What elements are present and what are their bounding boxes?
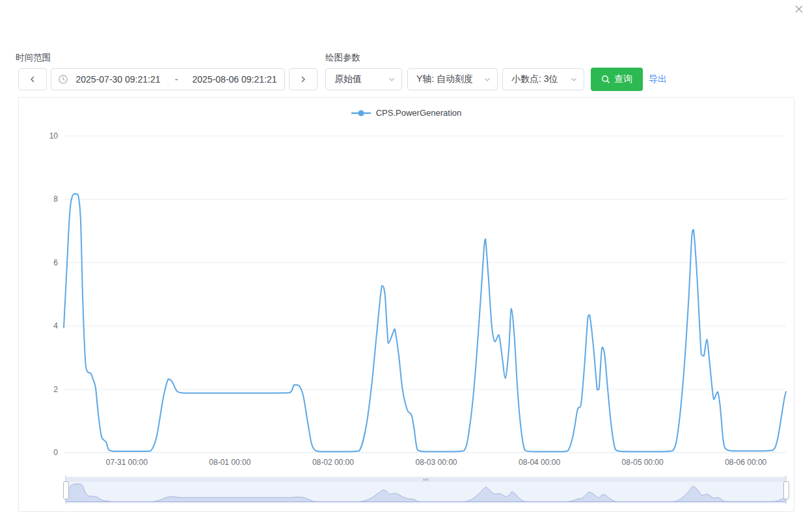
svg-text:08-04 00:00: 08-04 00:00 [519, 458, 560, 467]
query-button-label: 查询 [614, 73, 632, 85]
export-link[interactable]: 导出 [649, 73, 667, 85]
close-button[interactable] [793, 3, 805, 15]
clock-icon [58, 74, 68, 85]
svg-text:4: 4 [53, 321, 58, 330]
query-dialog: 时间范围 绘图参数 2025-07-30 09:21:21 - 2025-08-… [0, 0, 812, 515]
chart-plot-area[interactable] [64, 136, 786, 453]
start-time-input[interactable]: 2025-07-30 09:21:21 [68, 74, 168, 85]
decimal-select[interactable]: 小数点: 3位 [502, 68, 584, 90]
yaxis-selected: Y轴: 自动刻度 [416, 73, 473, 85]
plot-params-label: 绘图参数 [325, 52, 360, 64]
chart-legend: CPS.PowerGeneration [19, 108, 794, 118]
query-button[interactable]: 查询 [591, 68, 643, 91]
legend-item-powergeneration[interactable]: CPS.PowerGeneration [351, 108, 462, 118]
next-range-button[interactable] [289, 68, 318, 90]
range-separator: - [168, 74, 185, 85]
svg-text:10: 10 [49, 131, 59, 140]
svg-text:08-02 00:00: 08-02 00:00 [312, 458, 354, 467]
legend-line-dot-icon [351, 110, 371, 116]
datazoom-right-handle[interactable] [783, 481, 789, 499]
svg-text:07-31 00:00: 07-31 00:00 [106, 458, 148, 467]
yaxis-scale-select[interactable]: Y轴: 自动刻度 [407, 68, 498, 90]
chevron-right-icon [299, 75, 307, 83]
end-time-input[interactable]: 2025-08-06 09:21:21 [185, 74, 284, 85]
svg-text:8: 8 [53, 194, 58, 204]
datazoom-slider[interactable] [65, 477, 786, 503]
chevron-down-icon [570, 75, 578, 83]
datazoom-left-handle[interactable] [63, 481, 69, 499]
svg-text:08-06 00:00: 08-06 00:00 [725, 458, 766, 467]
svg-text:08-05 00:00: 08-05 00:00 [622, 458, 664, 467]
time-range-label: 时间范围 [16, 52, 51, 64]
svg-text:2: 2 [53, 385, 58, 394]
chevron-down-icon [483, 75, 491, 83]
svg-text:08-03 00:00: 08-03 00:00 [415, 458, 457, 467]
decimal-selected: 小数点: 3位 [511, 73, 558, 85]
value-type-selected: 原始值 [334, 73, 362, 85]
search-icon [601, 75, 610, 84]
chevron-left-icon [29, 75, 36, 83]
chart-card: 024681007-31 00:0008-01 00:0008-02 00:00… [18, 97, 794, 512]
legend-label: CPS.PowerGeneration [376, 108, 462, 118]
value-type-select[interactable]: 原始值 [325, 68, 402, 90]
date-range-picker[interactable]: 2025-07-30 09:21:21 - 2025-08-06 09:21:2… [51, 68, 285, 90]
close-icon [793, 3, 805, 15]
svg-text:6: 6 [53, 258, 58, 267]
svg-text:0: 0 [53, 448, 58, 457]
prev-range-button[interactable] [18, 68, 47, 90]
chevron-down-icon [388, 75, 396, 83]
svg-text:08-01 00:00: 08-01 00:00 [209, 458, 250, 467]
